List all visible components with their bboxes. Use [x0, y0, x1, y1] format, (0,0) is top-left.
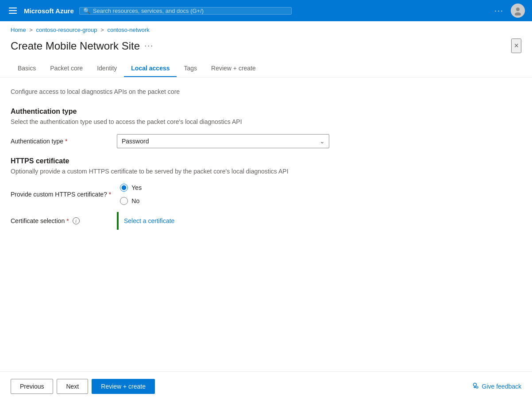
breadcrumb-network[interactable]: contoso-network [107, 27, 149, 33]
custom-cert-required-star: * [109, 191, 111, 198]
custom-cert-label: Provide custom HTTPS certificate? * [11, 191, 111, 198]
review-create-button[interactable]: Review + create [92, 379, 155, 394]
radio-no-input[interactable] [120, 197, 128, 205]
tabs: Basics Packet core Identity Local access… [0, 60, 532, 77]
avatar[interactable] [511, 4, 525, 18]
tab-basics[interactable]: Basics [11, 60, 43, 77]
auth-section-title: Authentication type [11, 108, 521, 116]
auth-type-row: Authentication type * Password AAD Certi… [11, 134, 521, 148]
info-icon[interactable]: i [73, 217, 80, 224]
https-section: HTTPS certificate Optionally provide a c… [11, 157, 521, 230]
page-more-options[interactable]: ··· [144, 41, 154, 50]
radio-group: Yes No [120, 184, 332, 205]
custom-cert-row: Provide custom HTTPS certificate? * Yes … [11, 184, 521, 205]
more-options-icon[interactable]: ··· [494, 6, 504, 15]
radio-no[interactable]: No [120, 197, 332, 205]
auth-type-select[interactable]: Password AAD Certificate [117, 134, 329, 148]
main-container: Home > contoso-resource-group > contoso-… [0, 21, 532, 401]
azure-logo: Microsoft Azure [24, 7, 74, 15]
https-section-title: HTTPS certificate [11, 157, 521, 165]
breadcrumb: Home > contoso-resource-group > contoso-… [0, 21, 532, 35]
page-title: Create Mobile Network Site [11, 40, 140, 52]
auth-type-select-wrapper: Password AAD Certificate ⌄ [117, 134, 329, 148]
tab-tags[interactable]: Tags [177, 60, 204, 77]
search-bar[interactable]: 🔍 [79, 7, 292, 15]
radio-yes-input[interactable] [120, 184, 128, 192]
tab-review-create[interactable]: Review + create [204, 60, 263, 77]
breadcrumb-home[interactable]: Home [11, 27, 26, 33]
select-certificate-link[interactable]: Select a certificate [124, 217, 174, 224]
radio-yes-label: Yes [131, 184, 142, 191]
search-icon: 🔍 [83, 8, 90, 14]
cert-border-indicator [117, 212, 119, 230]
tab-packet-core[interactable]: Packet core [43, 60, 90, 77]
cert-required-star: * [66, 217, 69, 224]
close-button[interactable]: × [511, 39, 521, 53]
tab-identity[interactable]: Identity [90, 60, 124, 77]
svg-point-2 [473, 383, 476, 386]
radio-yes[interactable]: Yes [120, 184, 332, 192]
tab-local-access[interactable]: Local access [124, 60, 177, 77]
feedback-icon [471, 382, 479, 391]
custom-cert-options: Yes No [120, 184, 332, 205]
svg-point-0 [516, 8, 520, 11]
content-area: Configure access to local diagnostics AP… [0, 77, 532, 371]
auth-type-label: Authentication type * [11, 138, 108, 145]
auth-type-control: Password AAD Certificate ⌄ [117, 134, 329, 148]
page-title-row: Create Mobile Network Site ··· × [0, 35, 532, 60]
next-button[interactable]: Next [57, 379, 88, 394]
cert-selection-row: Certificate selection * i Select a certi… [11, 212, 521, 230]
auth-section-subtitle: Select the authentication type used to a… [11, 118, 521, 125]
auth-section: Authentication type Select the authentic… [11, 108, 521, 148]
feedback-label: Give feedback [482, 383, 522, 390]
page-description: Configure access to local diagnostics AP… [11, 88, 521, 95]
cert-selection-control: Select a certificate [117, 212, 329, 230]
radio-no-label: No [131, 197, 139, 204]
give-feedback-button[interactable]: Give feedback [471, 382, 522, 391]
cert-selection-label: Certificate selection * i [11, 217, 108, 224]
auth-required-star: * [65, 138, 67, 145]
topnav-right: ··· [494, 4, 525, 18]
footer: Previous Next Review + create Give feedb… [0, 371, 532, 401]
hamburger-menu[interactable] [7, 6, 19, 15]
search-input[interactable] [93, 8, 288, 14]
breadcrumb-resource-group[interactable]: contoso-resource-group [36, 27, 97, 33]
top-navigation: Microsoft Azure 🔍 ··· [0, 0, 532, 21]
https-section-subtitle: Optionally provide a custom HTTPS certif… [11, 168, 521, 175]
svg-point-1 [515, 12, 521, 15]
previous-button[interactable]: Previous [11, 379, 53, 394]
